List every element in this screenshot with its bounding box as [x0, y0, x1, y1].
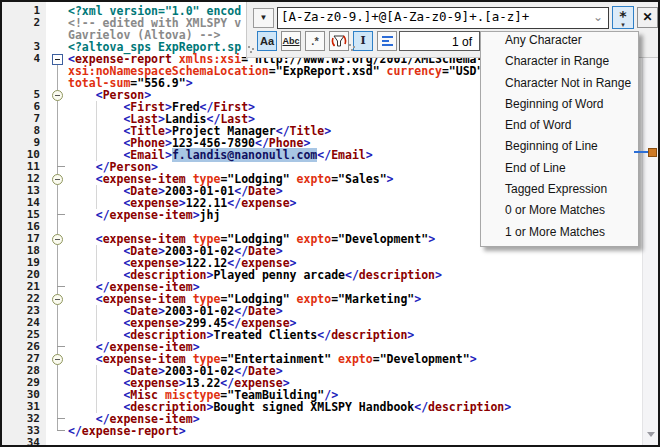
regex-toggle-button[interactable]: .* [305, 31, 325, 51]
fold-margin [46, 29, 68, 41]
code-line[interactable]: 33</expense-report> [2, 425, 658, 437]
menu-item-any-character[interactable]: Any Character [481, 33, 638, 54]
menu-item-character-in-range[interactable]: Character in Range [481, 54, 638, 75]
fold-margin [46, 341, 68, 353]
filter-funnel-button[interactable] [329, 31, 349, 51]
code-line[interactable]: 34 [2, 437, 658, 447]
fold-collapse-icon[interactable] [52, 90, 63, 101]
fold-margin [46, 437, 68, 447]
fold-margin [46, 17, 68, 29]
whole-word-button[interactable]: Abc [281, 31, 301, 51]
drag-grip-icon[interactable] [348, 43, 357, 52]
fold-margin [46, 257, 68, 269]
fold-end-tick [57, 166, 65, 167]
find-mode-dropdown-button[interactable]: ▼ [253, 8, 274, 28]
menu-item-1-or-more-matches[interactable]: 1 or More Matches [481, 225, 638, 246]
menu-item-beginning-of-line[interactable]: Beginning of Line [481, 139, 638, 160]
line-number: 2 [2, 17, 40, 29]
fold-margin [46, 161, 68, 173]
code-text: </expense-item>jhj [68, 209, 220, 221]
fold-margin [46, 5, 68, 17]
fold-margin [46, 125, 68, 137]
fold-margin [46, 293, 68, 305]
menu-item-end-of-word[interactable]: End of Word [481, 118, 638, 139]
menu-item-end-of-line[interactable]: End of Line [481, 161, 638, 182]
fold-margin [46, 305, 68, 317]
fold-margin [46, 53, 68, 65]
menu-item-character-not-in-range[interactable]: Character Not in Range [481, 76, 638, 97]
regex-star-icon: * [613, 10, 633, 22]
fold-margin [46, 101, 68, 113]
scroll-position-handle[interactable] [648, 148, 657, 157]
close-find-button[interactable]: ✕ [637, 7, 658, 28]
menu-item-beginning-of-word[interactable]: Beginning of Word [481, 97, 638, 118]
fold-margin [46, 209, 68, 221]
fold-collapse-icon[interactable] [52, 354, 63, 365]
match-counter: 1 of [399, 31, 480, 51]
fold-margin [46, 65, 68, 77]
fold-margin [46, 389, 68, 401]
fold-collapse-icon[interactable] [52, 234, 63, 245]
fold-end-tick [57, 418, 65, 419]
drag-grip-icon[interactable] [247, 45, 256, 54]
fold-margin [46, 137, 68, 149]
menu-item-tagged-expression[interactable]: Tagged Expression [481, 182, 638, 203]
find-input[interactable] [281, 9, 581, 25]
regex-helper-menu: Any CharacterCharacter in RangeCharacter… [480, 31, 639, 247]
fold-margin [46, 365, 68, 377]
fold-margin [46, 221, 68, 233]
match-case-button[interactable]: Aa [257, 31, 277, 51]
fold-margin [46, 77, 68, 89]
vertical-scrollbar[interactable] [642, 2, 659, 445]
fold-margin [46, 329, 68, 341]
regex-builder-button[interactable]: * ▾ [612, 6, 634, 29]
fold-margin [46, 425, 68, 437]
fold-margin [46, 173, 68, 185]
find-all-button[interactable] [377, 31, 397, 51]
line-number: 34 [2, 437, 40, 447]
fold-collapse-icon[interactable] [52, 54, 63, 65]
find-combobox[interactable]: ⌄ [277, 7, 609, 29]
fold-margin [46, 269, 68, 281]
combo-dropdown-icon[interactable]: ⌄ [593, 10, 603, 24]
funnel-icon [331, 33, 347, 49]
code-text: </expense-report> [68, 425, 186, 437]
scrollbar-down-arrow-icon[interactable] [647, 432, 655, 437]
fold-margin [46, 185, 68, 197]
fold-margin [46, 317, 68, 329]
fold-collapse-icon[interactable] [52, 294, 63, 305]
fold-margin [46, 149, 68, 161]
chevron-down-icon: ▾ [613, 22, 633, 28]
fold-end-tick [57, 214, 65, 215]
fold-end-tick [57, 286, 65, 287]
fold-end-tick [57, 430, 65, 431]
fold-margin [46, 89, 68, 101]
xml-editor-window: 1<?xml version="1.0" encod2<!-- edited w… [0, 0, 660, 447]
fold-margin [46, 413, 68, 425]
fold-margin [46, 113, 68, 125]
fold-margin [46, 401, 68, 413]
fold-margin [46, 197, 68, 209]
fold-margin [46, 377, 68, 389]
fold-collapse-icon[interactable] [52, 174, 63, 185]
fold-margin [46, 233, 68, 245]
fold-end-tick [57, 346, 65, 347]
menu-item-0-or-more-matches[interactable]: 0 or More Matches [481, 203, 638, 224]
fold-margin [46, 245, 68, 257]
list-lines-icon [382, 36, 393, 38]
fold-margin [46, 41, 68, 53]
fold-margin [46, 281, 68, 293]
search-match-highlight: f.landis@nanonull.com [172, 148, 317, 162]
fold-margin [46, 353, 68, 365]
line-number: 4 [2, 53, 40, 65]
